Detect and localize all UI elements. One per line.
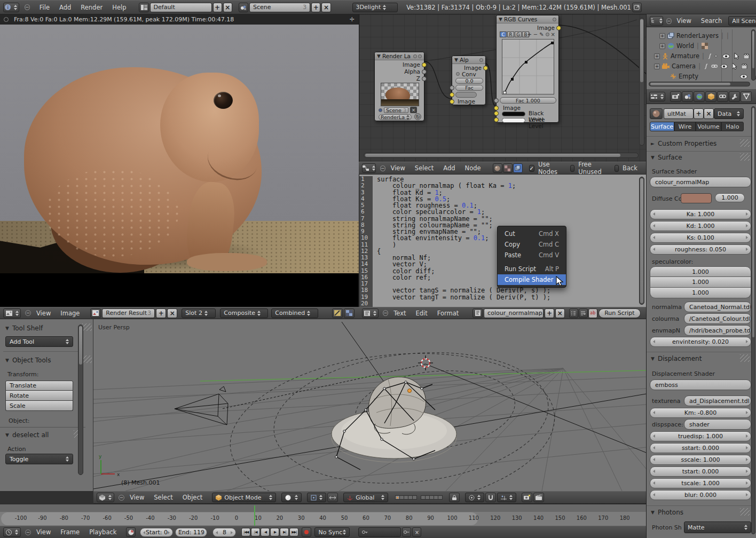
translate-button[interactable]: Translate bbox=[5, 381, 73, 391]
sample-icon[interactable] bbox=[546, 33, 549, 36]
outliner-item-empty[interactable]: Empty bbox=[670, 72, 756, 81]
menu-view[interactable]: View bbox=[32, 310, 55, 317]
collapse-menus-icon[interactable]: − bbox=[25, 529, 31, 535]
backdrop-checkbox[interactable] bbox=[615, 165, 619, 172]
tab-volume[interactable]: Volume bbox=[696, 122, 721, 131]
window-duplicate-icon[interactable] bbox=[632, 3, 642, 12]
dispspace-field[interactable]: shader bbox=[684, 419, 751, 430]
editor-type-info-button[interactable]: i bbox=[3, 3, 19, 12]
delete-keyframe-icon[interactable]: × bbox=[412, 527, 421, 537]
displacement-panel-header[interactable]: ▼Displacement bbox=[651, 355, 702, 362]
collapse-menus-icon[interactable]: − bbox=[380, 165, 385, 171]
sync-dropdown[interactable]: No Sync bbox=[314, 527, 350, 537]
curve-widget[interactable] bbox=[502, 39, 554, 94]
editor-type-timeline-button[interactable] bbox=[3, 527, 21, 537]
white-level-swatch[interactable] bbox=[502, 118, 525, 123]
zoom-in-icon[interactable]: + bbox=[527, 31, 531, 37]
tstart-slider[interactable]: tstart: 0.000 bbox=[650, 466, 751, 477]
paint-mode-icon[interactable] bbox=[332, 308, 343, 318]
surface-shader-name-field[interactable]: colour_normalMap bbox=[650, 177, 751, 187]
text-add-button[interactable]: + bbox=[545, 308, 554, 318]
specular-b-slider[interactable]: 1.000 bbox=[650, 288, 751, 298]
scale-button[interactable]: Scale bbox=[5, 401, 73, 411]
jump-to-end-button[interactable]: ▶▶| bbox=[289, 528, 298, 536]
image-output-socket[interactable] bbox=[556, 26, 561, 30]
object-tools-panel-header[interactable]: ▼Object Tools bbox=[5, 357, 51, 364]
screen-layout-field[interactable]: Default bbox=[150, 3, 212, 12]
fac-input-socket[interactable] bbox=[450, 85, 454, 90]
fac-input-socket[interactable] bbox=[494, 98, 499, 103]
fac-slider[interactable]: Fac 1.000 bbox=[500, 97, 556, 104]
tool-shelf-panel-header[interactable]: ▼Tool Shelf bbox=[5, 325, 43, 332]
specular-g-slider[interactable]: 1.000 bbox=[650, 277, 751, 288]
node-scene-field[interactable]: Scene 3 bbox=[384, 107, 408, 113]
layer-grid-2[interactable] bbox=[421, 495, 443, 500]
region-plus-icon[interactable]: ✛ bbox=[350, 16, 355, 23]
orientation-dropdown[interactable]: Global bbox=[343, 493, 388, 502]
text-editor[interactable]: 1234567891011121314151617181920 surface … bbox=[359, 175, 646, 307]
menu-view[interactable]: View bbox=[387, 164, 410, 172]
pivot-dropdown[interactable] bbox=[307, 493, 326, 502]
next-keyframe-button[interactable]: ▶| bbox=[280, 528, 289, 536]
tscale-slider[interactable]: tscale: 1.000 bbox=[650, 478, 751, 488]
render-animation-icon[interactable] bbox=[533, 493, 544, 502]
use-nodes-label[interactable]: Use Nodes bbox=[538, 161, 557, 176]
tools-icon[interactable]: ✎ bbox=[539, 31, 544, 37]
image-input-socket[interactable] bbox=[494, 106, 499, 110]
add-tool-dropdown[interactable]: Add Tool bbox=[5, 336, 73, 347]
jump-to-start-button[interactable]: |◀◀ bbox=[241, 528, 250, 536]
editor-type-text-button[interactable] bbox=[362, 308, 379, 318]
menu-node[interactable]: Node bbox=[461, 164, 485, 172]
outliner-item-armature[interactable]: + Armature| bbox=[654, 52, 751, 60]
record-button[interactable] bbox=[302, 527, 311, 537]
context-item-run-script[interactable]: Run ScriptAlt P bbox=[498, 264, 566, 274]
black-level-socket[interactable] bbox=[494, 111, 499, 116]
clock-icon[interactable] bbox=[413, 54, 417, 58]
normalmap-field[interactable]: Canetoad_Normal.tdl bbox=[684, 302, 751, 312]
truedisp-slider[interactable]: truedisp: 1.000 bbox=[650, 431, 751, 441]
proportional-edit-dropdown[interactable] bbox=[465, 493, 484, 502]
outliner-item-world[interactable]: + World| bbox=[659, 42, 708, 50]
image-delete-button[interactable]: × bbox=[167, 308, 177, 318]
context-item-cut[interactable]: CutCmd X bbox=[498, 228, 566, 239]
ks-slider[interactable]: Ks: 0.100 bbox=[650, 233, 751, 243]
display-scope-dropdown[interactable]: All Scene bbox=[728, 16, 756, 26]
km-slider[interactable]: Km: -0.800 bbox=[650, 408, 751, 418]
keying-set-field[interactable] bbox=[358, 527, 401, 537]
action-dropdown[interactable]: Toggle bbox=[5, 454, 73, 464]
scene-icon[interactable] bbox=[239, 3, 248, 12]
rendered-image[interactable] bbox=[0, 25, 359, 273]
photons-panel-header[interactable]: ▼Photons bbox=[651, 509, 683, 516]
snap-magnet-icon[interactable] bbox=[485, 493, 496, 502]
free-unused-label[interactable]: Free Unused bbox=[578, 161, 601, 176]
material-preview-icon[interactable] bbox=[650, 108, 663, 119]
syntax-highlight-toggle-icon[interactable]: ab bbox=[588, 308, 597, 318]
lock-to-scene-icon[interactable] bbox=[449, 493, 460, 502]
viewport-3d[interactable]: x y User Persp (8) Mesh.001 bbox=[93, 319, 646, 491]
material-name-field[interactable]: ultMat bbox=[664, 108, 694, 119]
tab-data-icon[interactable] bbox=[741, 91, 752, 102]
expand-icon[interactable]: + bbox=[659, 33, 665, 39]
screen-layout-icon[interactable] bbox=[139, 3, 148, 12]
menu-select[interactable]: Select bbox=[411, 164, 438, 172]
renderable-camera-icon[interactable] bbox=[744, 53, 751, 59]
color-swatch[interactable] bbox=[455, 92, 477, 98]
diffuse-value-field[interactable]: 1.000 bbox=[715, 193, 745, 202]
image-datablock-icon[interactable] bbox=[90, 308, 101, 318]
diffuse-color-swatch[interactable] bbox=[681, 193, 712, 203]
render-layer-select[interactable]: RenderLa bbox=[379, 114, 412, 120]
tab-modifiers-icon[interactable] bbox=[729, 91, 740, 102]
tab-constraints-icon[interactable] bbox=[717, 91, 728, 102]
visibility-eye-icon[interactable] bbox=[722, 54, 730, 59]
text-vscrollbar[interactable] bbox=[639, 177, 644, 305]
renderable-camera-icon[interactable] bbox=[742, 64, 749, 69]
blur-slider[interactable]: blur: 0.000 bbox=[650, 490, 751, 500]
tab-surface[interactable]: Surface bbox=[650, 122, 674, 131]
sstart-slider[interactable]: sstart: 0.000 bbox=[650, 443, 751, 453]
alpha-output-socket[interactable] bbox=[422, 69, 427, 74]
deselect-all-panel-header[interactable]: ▼deselect all bbox=[5, 431, 49, 439]
surface-panel-header[interactable]: ▼Surface bbox=[651, 154, 682, 161]
black-level-swatch[interactable] bbox=[502, 112, 525, 116]
premul-value[interactable]: 0.0 bbox=[455, 78, 483, 84]
rotate-button[interactable]: Rotate bbox=[5, 391, 73, 401]
